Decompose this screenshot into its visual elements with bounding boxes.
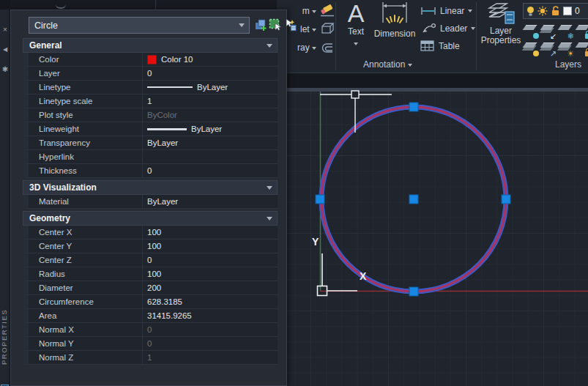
current-layer-name: 0	[575, 6, 580, 16]
sun-icon: ☀	[567, 50, 574, 58]
circumference-value[interactable]: 628.3185	[143, 295, 278, 308]
viewport-top-strip	[277, 88, 588, 92]
property-row-thickness: Thickness 0	[23, 164, 278, 178]
plot-style-value: ByColor	[143, 108, 278, 122]
grip-north-quadrant[interactable]	[409, 103, 418, 111]
property-row-radius: Radius 100	[23, 267, 278, 281]
text-tool-icon: A	[340, 0, 372, 26]
thickness-value[interactable]: 0	[143, 164, 278, 177]
text-button[interactable]: A Text	[340, 0, 372, 48]
toolbar-divider	[155, 0, 156, 10]
lineweight-value[interactable]: ByLayer	[143, 122, 278, 136]
close-icon[interactable]: ×	[0, 26, 10, 34]
linear-dimension-icon	[420, 6, 436, 16]
ribbon: m let ray	[277, 0, 588, 73]
palette-title-bar: × ◀ ✱ PROPERTIES	[0, 10, 10, 386]
layer-stack-icon	[523, 42, 537, 48]
layer-stack-icon	[558, 42, 573, 48]
panel-separator	[476, 2, 477, 70]
chevron-down-icon	[312, 29, 316, 31]
linear-dimension-button[interactable]: Linear	[420, 4, 472, 18]
bulb-off-icon	[533, 33, 539, 39]
table-button[interactable]: Table	[420, 39, 460, 53]
bulb-on-icon	[533, 51, 539, 56]
linetype-scale-value[interactable]: 1	[143, 94, 278, 108]
annotation-panel-label[interactable]: Annotation	[363, 59, 412, 70]
layer-off-button[interactable]	[523, 23, 539, 39]
property-row-linetype: Linetype ByLayer	[23, 81, 278, 94]
top-toolbar-remnant	[10, 0, 286, 10]
explode-button[interactable]	[319, 22, 335, 35]
layers-panel-label[interactable]: Layers	[555, 59, 581, 70]
arrow-down-left-icon: ↙	[550, 32, 557, 40]
dimension-label: Dimension	[372, 29, 417, 39]
transparency-value[interactable]: ByLayer	[143, 136, 278, 149]
grip-center[interactable]	[409, 195, 418, 204]
center-y-value[interactable]: 100	[143, 240, 278, 253]
text-label: Text	[340, 26, 372, 37]
property-row-normal-x: Normal X 0	[23, 323, 278, 337]
diameter-value[interactable]: 200	[143, 281, 278, 294]
table-icon	[420, 40, 435, 52]
property-row-center-y: Center Y 100	[23, 240, 278, 253]
leader-icon	[420, 23, 436, 34]
toggle-pickadd-button[interactable]	[254, 18, 267, 31]
layer-thaw-button[interactable]: ☀	[558, 40, 574, 56]
layer-stack-icon	[540, 42, 555, 48]
lineweight-sample-icon	[147, 128, 187, 130]
section-header-3d-visualization[interactable]: 3D Visualization	[23, 180, 278, 195]
auto-hide-icon[interactable]: ◀	[0, 46, 10, 53]
property-row-circumference: Circumference 628.3185	[23, 295, 278, 309]
select-objects-button[interactable]	[269, 18, 282, 31]
center-z-value[interactable]: 0	[143, 253, 278, 267]
linetype-sample-icon	[147, 86, 193, 88]
layer-sheet-icon	[523, 25, 537, 30]
dimension-icon	[377, 1, 412, 29]
layer-stack-icon	[540, 25, 555, 30]
dimension-button[interactable]: Dimension	[372, 0, 417, 39]
snowflake-icon: ❄	[567, 32, 574, 40]
section-header-geometry[interactable]: Geometry	[23, 211, 278, 226]
section-header-general[interactable]: General	[23, 38, 278, 53]
center-x-value[interactable]: 100	[143, 226, 278, 239]
drawing-canvas[interactable]: Y X	[277, 73, 588, 386]
area-value[interactable]: 31415.9265	[143, 309, 278, 322]
layer-lock-button[interactable]	[576, 23, 588, 39]
layer-properties-button[interactable]: Layer Properties	[480, 1, 521, 45]
leader-button[interactable]: Leader	[420, 21, 475, 36]
quick-select-button[interactable]	[283, 18, 297, 31]
select-objects-icon	[269, 18, 282, 31]
palette-title: PROPERTIES	[0, 297, 10, 377]
chevron-down-icon	[234, 18, 249, 33]
radius-value[interactable]: 100	[143, 267, 278, 281]
material-value[interactable]: ByLayer	[143, 195, 278, 208]
layer-value[interactable]: 0	[143, 67, 278, 80]
grip-east-quadrant[interactable]	[502, 195, 510, 204]
settings-icon[interactable]: ✱	[0, 65, 10, 73]
layer-isolate-button[interactable]: ↙	[540, 23, 557, 39]
color-swatch	[147, 55, 157, 64]
layer-properties-icon	[486, 1, 516, 25]
property-row-plot-style: Plot style ByColor	[23, 108, 278, 122]
object-type-dropdown[interactable]: Circle	[29, 17, 250, 34]
chevron-down-icon	[408, 64, 412, 67]
arrow-up-right-icon: ↗	[550, 50, 557, 58]
grid-major	[277, 92, 588, 386]
chevron-down-icon	[267, 186, 272, 190]
layer-dropdown[interactable]: 0	[523, 3, 588, 19]
layer-freeze-button[interactable]: ❄	[558, 23, 574, 39]
layer-unlock-icon	[551, 6, 560, 16]
chevron-down-icon	[312, 10, 316, 13]
layer-on-button[interactable]	[523, 40, 539, 56]
normal-x-value: 0	[143, 323, 278, 336]
layer-unlock-button[interactable]	[576, 40, 588, 56]
color-value[interactable]: Color 10	[143, 53, 278, 66]
trim-label: m	[302, 6, 310, 16]
grip-west-quadrant[interactable]	[316, 195, 324, 204]
linetype-value[interactable]: ByLayer	[143, 81, 278, 94]
grip-south-quadrant[interactable]	[409, 287, 418, 296]
erase-button[interactable]	[319, 4, 335, 18]
hyperlink-value[interactable]	[143, 150, 278, 163]
layer-unisolate-button[interactable]: ↗	[540, 40, 557, 56]
offset-button[interactable]	[319, 41, 335, 54]
